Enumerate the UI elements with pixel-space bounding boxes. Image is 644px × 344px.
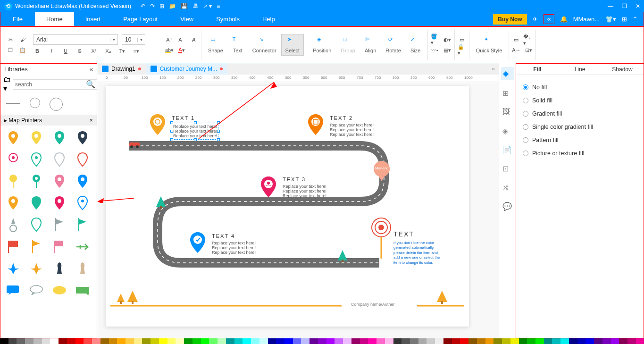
tabs-overflow-icon[interactable]: » [488,66,499,72]
grid-panel-icon[interactable]: ⊞ [502,89,513,99]
swatch[interactable] [326,338,335,344]
shadow-dropdown-icon[interactable]: ◐▾ [443,35,452,44]
swatch[interactable] [435,338,443,344]
swatch[interactable] [585,338,594,344]
swatch[interactable] [535,338,544,344]
swatch[interactable] [452,338,460,344]
cut-icon[interactable]: ✂ [6,35,15,44]
swatch[interactable] [443,338,452,344]
undo-icon[interactable]: ↶ [141,3,145,9]
text-block-3[interactable]: TEXT 3 Replace your text here!Replace yo… [283,176,326,198]
swatch[interactable] [293,338,301,344]
swatch[interactable] [75,338,84,344]
open-icon[interactable]: 📁 [169,3,176,9]
position-tool[interactable]: ◈Position [308,36,336,53]
font-size-combo[interactable]: 10▼ [122,34,145,45]
connector-tool[interactable]: ↘Connector [248,36,281,53]
find-icon[interactable]: ▭ [512,35,520,44]
underline-icon[interactable]: U [61,47,70,55]
print-icon[interactable]: 🖶 [192,3,198,9]
copy-icon[interactable]: ❐ [6,46,15,54]
swatch[interactable] [485,338,494,344]
text-block-4[interactable]: TEXT 4 Replace your text here!Replace yo… [212,233,256,255]
save-icon[interactable]: 💾 [181,3,188,9]
menu-file[interactable]: File [0,12,35,26]
chess-tan[interactable] [74,260,92,277]
swatch[interactable] [636,338,644,344]
pin-yellow2[interactable] [4,173,22,191]
canvas-pin-2[interactable] [306,113,325,137]
crop-icon[interactable]: �。▾ [524,35,533,44]
swatch[interactable] [569,338,577,344]
swatch[interactable] [301,338,309,344]
page-panel-icon[interactable]: 📄 [502,145,513,156]
swatch[interactable] [627,338,636,344]
quick-style-button[interactable]: ✦Quick Style [471,36,507,53]
fill-tab[interactable]: Fill [516,64,559,75]
italic-icon[interactable]: I [47,47,56,55]
swatch[interactable] [59,338,67,344]
shuffle-panel-icon[interactable]: ⤭ [502,183,513,193]
library-category-icon[interactable]: 🗂▾ [3,76,11,93]
canvas-pin-3[interactable] [259,176,278,199]
swatch[interactable] [376,338,385,344]
pin-blue2[interactable] [74,173,92,191]
paste-icon[interactable]: 📋 [18,46,27,54]
plane-blue[interactable] [4,260,22,277]
swatch[interactable] [8,338,17,344]
swatch[interactable] [360,338,368,344]
apps-icon[interactable]: ⊞ [622,16,627,23]
swatch[interactable] [393,338,402,344]
swatch[interactable] [611,338,619,344]
color-palette-bar[interactable] [0,338,644,344]
clear-format-icon[interactable]: A̸ [190,35,198,44]
pin-teal2[interactable] [27,173,45,191]
tree-icon-1[interactable] [155,195,167,210]
swatch[interactable] [184,338,192,344]
tree-icon-2[interactable] [337,249,348,263]
chess-blue[interactable] [50,260,68,277]
theme-icon[interactable]: 👕▾ [605,16,616,23]
circle-shape-large[interactable] [50,98,63,111]
swatch[interactable] [385,338,393,344]
lock-icon[interactable]: 🔒▾ [458,46,466,54]
pin-lightblue[interactable] [74,194,92,212]
close-button[interactable]: ✕ [636,3,640,9]
more-icon[interactable]: ≡ [217,3,220,9]
highlight-icon[interactable]: ab▾ [165,46,174,54]
font-color-icon[interactable]: A▾ [177,46,186,54]
pin-teal3[interactable] [27,194,45,212]
maximize-button[interactable]: ❐ [622,3,627,9]
arrange-icon[interactable]: ⊡▾ [524,46,533,54]
no-fill-radio[interactable]: No fill [523,81,637,94]
pin-teal4[interactable] [27,216,45,234]
menu-home[interactable]: Home [35,12,74,26]
size-tool[interactable]: ⤢Size [406,36,426,53]
user-name[interactable]: MMawn... [573,16,600,23]
swatch[interactable] [84,338,92,344]
circle-shape-small[interactable] [30,98,40,108]
swatch[interactable] [468,338,477,344]
canvas-page[interactable]: TEXT 1 Replace your text here!Replace yo… [106,86,469,327]
target-icon[interactable] [371,217,392,260]
format-panel-icon[interactable]: ◆ [501,67,514,80]
swatch[interactable] [368,338,376,344]
line-tab[interactable]: Line [559,64,601,75]
footer-tree-2[interactable] [126,290,139,305]
swatch[interactable] [92,338,100,344]
list-icon[interactable]: ≡▾ [132,47,141,55]
swatch[interactable] [309,338,318,344]
swatch[interactable] [151,338,159,344]
comment-panel-icon[interactable]: 💬 [502,202,513,212]
share-button-highlighted[interactable]: ∝ [544,14,554,24]
collapse-libraries-icon[interactable]: « [90,66,93,73]
pin-navy[interactable] [74,129,92,147]
swatch[interactable] [560,338,569,344]
bold-icon[interactable]: B [33,47,42,55]
shape-tool[interactable]: ▭Shape [203,36,228,53]
swatch[interactable] [544,338,552,344]
swatch[interactable] [552,338,560,344]
swatch[interactable] [234,338,243,344]
text-block-2[interactable]: TEXT 2 Replace your text here!Replace yo… [330,115,374,137]
flag-red[interactable] [4,238,22,256]
